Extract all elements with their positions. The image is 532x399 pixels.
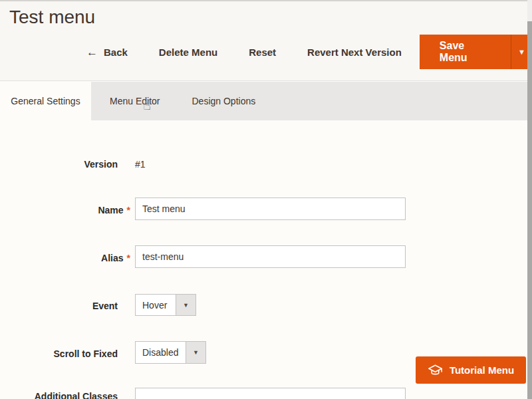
alias-input[interactable] <box>135 245 406 268</box>
back-arrow-icon: ← <box>86 47 98 58</box>
additional-classes-input[interactable] <box>135 388 406 399</box>
event-select-value: Hover <box>136 295 176 315</box>
revert-next-version-button[interactable]: Revert Next Version <box>307 47 402 58</box>
page-header: Test menu ← Back Delete Menu Reset Rever… <box>0 0 532 81</box>
page-title: Test menu <box>9 7 95 28</box>
save-menu-label[interactable]: Save Menu <box>420 35 511 69</box>
reset-button[interactable]: Reset <box>249 47 276 58</box>
toolbar: ← Back Delete Menu Reset Revert Next Ver… <box>86 35 532 69</box>
back-button-label: Back <box>104 47 128 58</box>
version-label: Version <box>0 159 118 170</box>
scrollbar-thumb[interactable] <box>527 21 532 399</box>
name-label: Name* <box>0 205 130 215</box>
tutorial-menu-label: Tutorial Menu <box>450 364 514 376</box>
name-input[interactable] <box>135 198 406 220</box>
scroll-to-fixed-select[interactable]: Disabled ▼ <box>135 341 206 364</box>
back-button[interactable]: ← Back <box>86 47 128 58</box>
delete-menu-button[interactable]: Delete Menu <box>159 47 217 58</box>
scroll-to-fixed-select-value: Disabled <box>136 342 186 363</box>
required-asterisk: * <box>127 253 130 263</box>
scroll-to-fixed-label: Scroll to Fixed <box>0 348 118 359</box>
vertical-scrollbar[interactable] <box>527 0 532 399</box>
event-select[interactable]: Hover ▼ <box>135 294 196 316</box>
version-value: #1 <box>135 159 146 170</box>
save-menu-button[interactable]: Save Menu ▼ <box>420 35 532 69</box>
graduation-cap-icon <box>428 364 443 377</box>
tutorial-menu-button[interactable]: Tutorial Menu <box>416 356 526 384</box>
alias-label: Alias* <box>0 253 130 263</box>
tab-design-options[interactable]: Design Options <box>178 82 269 120</box>
event-label: Event <box>0 301 118 311</box>
additional-classes-label: Additional Classes <box>0 391 118 399</box>
tab-bar: General Settings Menu Editor Design Opti… <box>0 82 527 120</box>
tab-general-settings[interactable]: General Settings <box>0 82 91 120</box>
chevron-down-icon[interactable]: ▼ <box>186 342 205 363</box>
required-asterisk: * <box>127 205 130 215</box>
tab-menu-editor[interactable]: Menu Editor <box>91 82 178 120</box>
chevron-down-icon[interactable]: ▼ <box>176 295 196 315</box>
